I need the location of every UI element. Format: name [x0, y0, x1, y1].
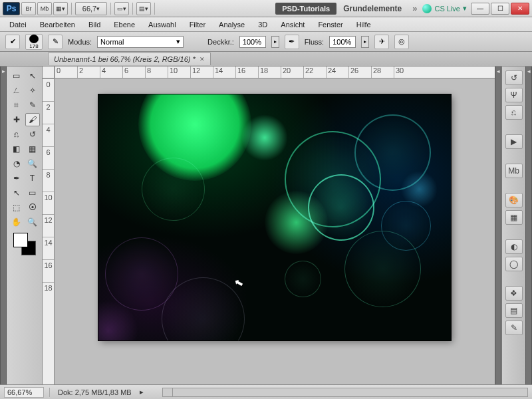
opacity-input[interactable]: 100%	[239, 36, 266, 48]
menu-3d[interactable]: 3D	[253, 19, 273, 31]
magic-wand-tool[interactable]: ✧	[25, 84, 40, 97]
current-tool-icon[interactable]: ✔	[5, 35, 20, 49]
history-brush-tool[interactable]: ↺	[25, 128, 40, 141]
pen-tool[interactable]: ✒	[9, 172, 24, 185]
path-selection-tool[interactable]: ↖	[9, 186, 24, 200]
flow-flyout[interactable]: ▸	[361, 36, 369, 48]
type-tool[interactable]: T	[25, 172, 40, 185]
bridge-button[interactable]: Br	[21, 2, 36, 15]
brush-preview-icon	[29, 35, 39, 43]
move-tool[interactable]: ▭	[9, 69, 24, 82]
shape-tool[interactable]: ▭	[25, 186, 40, 200]
paths-panel-icon[interactable]: ✎	[505, 321, 523, 335]
menu-hilfe[interactable]: Hilfe	[351, 19, 376, 31]
application-bar: Ps Br Mb ▦▾ 66,7 ▾ ▭▾ ▤▾ PSD-Tutorials G…	[0, 0, 532, 17]
airbrush-toggle[interactable]: ✈	[374, 35, 389, 49]
left-collapse-strip[interactable]: ▸	[0, 66, 7, 384]
toolbox: ▭ ↖ ㄥ ✧ ⌗ ✎ ✚ 🖌 ⎌ ↺ ◧ ▦ ◔ 🔍 ✒ T ↖ ▭ ⬚ ⦿ …	[7, 66, 43, 384]
status-document-info[interactable]: Dok: 2,75 MB/1,83 MB	[55, 388, 134, 396]
tab-close-icon[interactable]: ✕	[200, 56, 205, 63]
right-collapse-strip-inner[interactable]: ◂	[495, 66, 501, 384]
foreground-color[interactable]	[13, 233, 28, 247]
crop-tool[interactable]: ⌗	[9, 98, 24, 112]
cslive-icon	[422, 4, 432, 13]
gradient-tool[interactable]: ▦	[25, 142, 40, 156]
screen-mode-button[interactable]: ▭▾	[114, 2, 129, 15]
lasso-tool[interactable]: ㄥ	[9, 84, 24, 97]
brush-presets-panel-icon[interactable]: Ψ	[505, 88, 523, 102]
adjustments-panel-icon[interactable]: ◐	[505, 239, 523, 254]
opacity-label: Deckkr.:	[207, 38, 234, 46]
clone-stamp-tool[interactable]: ⎌	[9, 128, 24, 141]
ruler-horizontal[interactable]: 024681012141618202224262830	[55, 66, 495, 78]
eraser-tool[interactable]: ◧	[9, 142, 24, 156]
canvas-area: 024681012141618202224262830 024681012141…	[43, 66, 495, 384]
menu-bild[interactable]: Bild	[83, 19, 106, 31]
options-bar: ✔ 178 ✎ Modus: Normal▾ Deckkr.: 100% ▸ ✒…	[0, 32, 532, 52]
ruler-origin[interactable]	[43, 66, 55, 78]
3d-tool[interactable]: ⬚	[9, 201, 24, 214]
healing-brush-tool[interactable]: ✚	[9, 113, 24, 126]
actions-panel-icon[interactable]: ▶	[505, 134, 523, 149]
ruler-vertical[interactable]: 024681012141618	[43, 78, 55, 384]
horizontal-scrollbar[interactable]	[162, 388, 528, 397]
swatches-panel-icon[interactable]: ▦	[505, 210, 523, 225]
channels-panel-icon[interactable]: ▤	[505, 303, 523, 318]
document-tab[interactable]: Unbenannt-1 bei 66,7% (Kreis 2, RGB/16) …	[48, 53, 211, 65]
flow-input[interactable]: 100%	[329, 36, 356, 48]
clone-source-panel-icon[interactable]: ⎌	[505, 105, 523, 120]
history-panel-icon[interactable]: ↺	[505, 70, 523, 85]
menu-auswahl[interactable]: Auswahl	[143, 19, 182, 31]
brush-tool[interactable]: 🖌	[25, 113, 40, 126]
flow-label: Fluss:	[305, 38, 324, 46]
menu-datei[interactable]: Datei	[4, 19, 32, 31]
zoom-tool[interactable]: 🔍	[25, 215, 40, 229]
opacity-pressure-toggle[interactable]: ✒	[285, 35, 299, 49]
minibridge-panel-icon[interactable]: Mb	[505, 164, 523, 178]
close-button[interactable]: ✕	[511, 3, 529, 15]
minibridge-button[interactable]: Mb	[37, 2, 52, 15]
view-extras-button[interactable]: ▤▾	[136, 2, 151, 15]
menu-ansicht[interactable]: Ansicht	[275, 19, 310, 31]
layers-panel-icon[interactable]: ❖	[505, 286, 523, 301]
brush-panel-toggle[interactable]: ✎	[48, 35, 63, 49]
maximize-button[interactable]: ☐	[491, 3, 509, 15]
dodge-tool[interactable]: 🔍	[25, 157, 40, 170]
color-swatches[interactable]	[13, 233, 36, 255]
hand-tool[interactable]: ✋	[9, 215, 24, 229]
workspace-more-icon[interactable]: »	[408, 3, 421, 13]
tablet-pressure-toggle[interactable]: ◎	[394, 35, 409, 49]
menu-bar: Datei Bearbeiten Bild Ebene Auswahl Filt…	[0, 17, 532, 32]
menu-analyse[interactable]: Analyse	[213, 19, 250, 31]
photoshop-logo: Ps	[3, 2, 20, 15]
status-bar: 66,67% Dok: 2,75 MB/1,83 MB ▸	[0, 384, 532, 399]
document-title: Unbenannt-1 bei 66,7% (Kreis 2, RGB/16) …	[54, 55, 196, 63]
masks-panel-icon[interactable]: ◯	[505, 257, 523, 271]
blur-tool[interactable]: ◔	[9, 157, 24, 170]
status-info-flyout[interactable]: ▸	[140, 388, 144, 396]
workspace-active[interactable]: PSD-Tutorials	[275, 3, 336, 15]
brush-preset-picker[interactable]: 178	[25, 34, 43, 50]
right-panel-dock: ↺ Ψ ⎌ ▶ Mb 🎨 ▦ ◐ ◯ ❖ ▤ ✎	[501, 66, 525, 384]
menu-bearbeiten[interactable]: Bearbeiten	[35, 19, 80, 31]
color-panel-icon[interactable]: 🎨	[505, 193, 523, 207]
document-tab-bar: Unbenannt-1 bei 66,7% (Kreis 2, RGB/16) …	[0, 52, 532, 66]
marquee-tool[interactable]: ↖	[25, 69, 40, 82]
canvas[interactable]	[98, 94, 451, 340]
status-zoom-input[interactable]: 66,67%	[4, 387, 44, 398]
opacity-flyout[interactable]: ▸	[271, 36, 279, 48]
cs-live-button[interactable]: CS Live ▾	[422, 4, 467, 13]
eyedropper-tool[interactable]: ✎	[25, 98, 40, 112]
menu-fenster[interactable]: Fenster	[313, 19, 348, 31]
arrange-docs-button[interactable]: ▦▾	[53, 2, 68, 15]
menu-filter[interactable]: Filter	[184, 19, 211, 31]
workspace-other[interactable]: Grundelemente	[338, 2, 407, 15]
blend-mode-select[interactable]: Normal▾	[97, 36, 184, 48]
3d-camera-tool[interactable]: ⦿	[25, 201, 40, 214]
modus-label: Modus:	[68, 38, 92, 46]
zoom-level-dropdown[interactable]: 66,7 ▾	[75, 2, 107, 15]
minimize-button[interactable]: —	[471, 3, 489, 15]
menu-ebene[interactable]: Ebene	[108, 19, 140, 31]
right-collapse-strip-outer[interactable]: ◂	[525, 66, 532, 384]
